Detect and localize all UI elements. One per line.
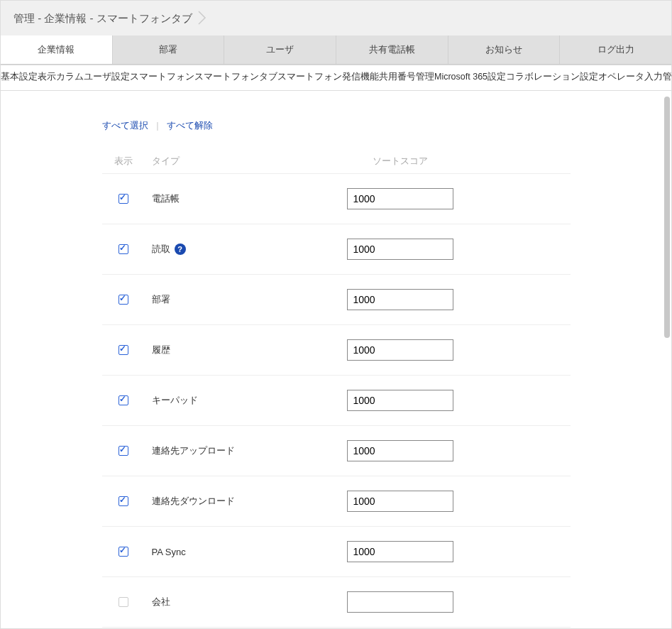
tab-secondary-2[interactable]: ユーザ設定 xyxy=(84,65,130,90)
tab-secondary-6[interactable]: 共用番号管理 xyxy=(379,65,434,90)
table-row: 電話帳 xyxy=(102,173,571,224)
breadcrumb-text: 管理 - 企業情報 - スマートフォンタブ xyxy=(13,12,192,26)
sort-score-input[interactable] xyxy=(347,541,453,562)
tab-secondary-3[interactable]: スマートフォン xyxy=(130,65,194,90)
tab-primary-3[interactable]: 共有電話帳 xyxy=(336,35,448,64)
chevron-right-icon xyxy=(198,11,208,27)
type-label: 履歴 xyxy=(152,344,170,356)
type-label: 連絡先ダウンロード xyxy=(152,495,235,508)
sort-score-input[interactable] xyxy=(347,289,453,310)
sort-score-input[interactable] xyxy=(347,440,453,461)
table-row: PA Sync xyxy=(102,526,571,576)
tab-primary-5[interactable]: ログ出力 xyxy=(560,35,671,64)
tab-primary-1[interactable]: 部署 xyxy=(113,35,225,64)
type-label: 会社 xyxy=(152,596,170,608)
select-all-link[interactable]: すべて選択 xyxy=(102,120,148,131)
table-row: 連絡先ダウンロード xyxy=(102,476,571,526)
sort-score-input[interactable] xyxy=(347,591,453,613)
tab-secondary-8[interactable]: コラボレーション設定 xyxy=(506,65,598,90)
show-checkbox[interactable] xyxy=(119,496,128,506)
type-label: キーパッド xyxy=(152,394,198,407)
type-label: 部署 xyxy=(152,293,170,306)
sort-score-input[interactable] xyxy=(347,491,453,512)
sort-score-input[interactable] xyxy=(347,339,453,361)
table-row: 連絡先アップロード xyxy=(102,425,571,476)
show-checkbox[interactable] xyxy=(119,446,128,456)
show-checkbox[interactable] xyxy=(119,244,128,254)
tab-secondary-5[interactable]: スマートフォン発信機能 xyxy=(277,65,379,90)
show-checkbox[interactable] xyxy=(119,295,128,305)
tab-secondary-1[interactable]: 表示カラム xyxy=(38,65,84,90)
sort-score-input[interactable] xyxy=(347,239,453,260)
type-label: 連絡先アップロード xyxy=(152,444,235,457)
col-header-score: ソートスコア xyxy=(343,155,457,168)
show-checkbox[interactable] xyxy=(119,395,128,405)
show-checkbox[interactable] xyxy=(119,194,128,204)
tab-primary-2[interactable]: ユーザ xyxy=(224,35,336,64)
show-checkbox[interactable] xyxy=(119,547,128,557)
table-row: 部署 xyxy=(102,274,571,324)
sort-score-input[interactable] xyxy=(347,188,453,209)
tab-secondary-9[interactable]: オペレータ入力管理 xyxy=(598,65,671,90)
breadcrumb: 管理 - 企業情報 - スマートフォンタブ xyxy=(1,1,671,35)
col-header-type: タイプ xyxy=(145,155,343,168)
tabs-secondary: 基本設定表示カラムユーザ設定スマートフォンスマートフォンタブスマートフォン発信機… xyxy=(1,65,671,91)
sort-score-input[interactable] xyxy=(347,390,453,411)
separator: | xyxy=(156,120,158,131)
table-row: 会社 xyxy=(102,576,571,627)
tab-secondary-4[interactable]: スマートフォンタブ xyxy=(194,65,277,90)
type-label: 読取 xyxy=(152,243,170,256)
table-row: 読取? xyxy=(102,224,571,274)
scrollbar[interactable] xyxy=(664,97,670,338)
tab-secondary-0[interactable]: 基本設定 xyxy=(1,65,38,90)
help-icon[interactable]: ? xyxy=(175,244,186,255)
show-checkbox[interactable] xyxy=(119,345,128,355)
tab-primary-0[interactable]: 企業情報 xyxy=(1,35,113,64)
table-row: キーパッド xyxy=(102,375,571,425)
col-header-show: 表示 xyxy=(102,155,145,168)
tabs-primary: 企業情報部署ユーザ共有電話帳お知らせログ出力 xyxy=(1,35,671,65)
tab-secondary-7[interactable]: Microsoft 365設定 xyxy=(434,65,506,90)
clear-all-link[interactable]: すべて解除 xyxy=(167,120,213,131)
bulk-actions: すべて選択 | すべて解除 xyxy=(102,119,571,132)
type-label: 電話帳 xyxy=(152,192,180,205)
table-header: 表示 タイプ ソートスコア xyxy=(102,149,571,173)
table-row: 履歴 xyxy=(102,324,571,375)
show-checkbox[interactable] xyxy=(119,597,128,607)
type-label: PA Sync xyxy=(152,547,186,557)
tab-primary-4[interactable]: お知らせ xyxy=(448,35,561,64)
